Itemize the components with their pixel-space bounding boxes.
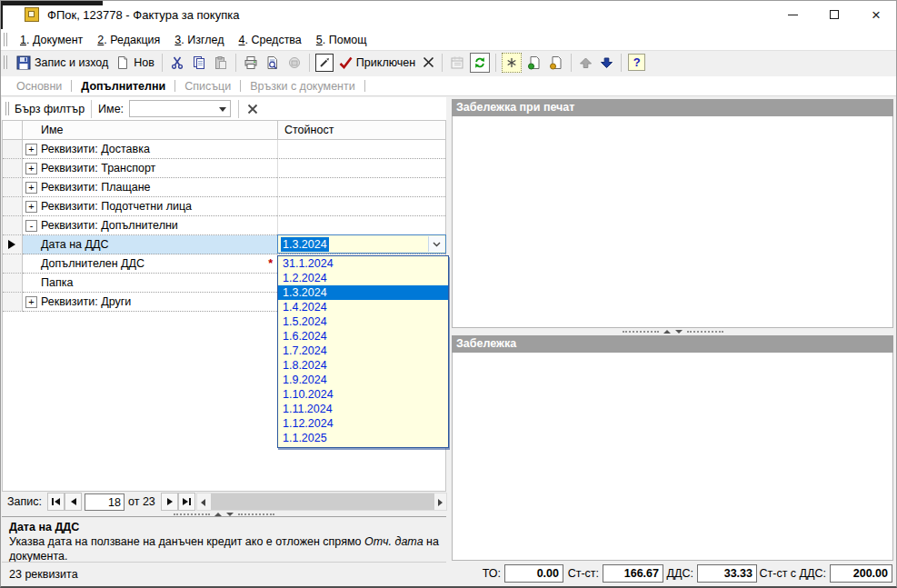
- combo-dropdown-button[interactable]: [428, 236, 444, 252]
- row-selector-cell[interactable]: [3, 178, 23, 197]
- menu-view[interactable]: 3. Изглед: [167, 34, 231, 46]
- edit-mode-toggle[interactable]: [315, 54, 334, 72]
- expand-icon[interactable]: +: [25, 144, 37, 155]
- toolbar-grip[interactable]: [5, 102, 9, 115]
- dropdown-item[interactable]: 1.6.2024: [278, 329, 448, 344]
- cancel-closed-button[interactable]: [419, 52, 438, 74]
- attach-button[interactable]: [284, 52, 305, 74]
- copy-button[interactable]: [188, 52, 210, 74]
- print-preview-button[interactable]: [262, 52, 284, 74]
- record-navigator: Запис: от 23: [2, 491, 446, 512]
- horizontal-scrollbar[interactable]: [196, 493, 447, 511]
- refresh-button[interactable]: [470, 53, 490, 73]
- grid-row[interactable]: +Реквизити: Транспорт: [3, 159, 445, 178]
- row-selector-cell[interactable]: [3, 293, 23, 312]
- dropdown-item[interactable]: 1.9.2024: [278, 373, 448, 387]
- expand-icon[interactable]: +: [25, 201, 37, 213]
- print-note-textarea[interactable]: [452, 116, 893, 328]
- closed-check-icon: [339, 56, 353, 69]
- row-selector-cell[interactable]: [3, 254, 23, 274]
- menu-tools[interactable]: 4. Средства: [232, 34, 309, 46]
- grid-row[interactable]: +Реквизити: Подотчетни лица: [3, 197, 445, 216]
- grid-row-selected[interactable]: Дата на ДДС 1.3.2024: [3, 235, 445, 254]
- row-selector-cell[interactable]: [3, 216, 23, 235]
- move-down-button[interactable]: [596, 52, 617, 74]
- note-textarea[interactable]: [452, 353, 893, 561]
- arrow-down-icon: [600, 56, 613, 69]
- menu-edit[interactable]: 2. Редакция: [90, 34, 167, 46]
- grid-row[interactable]: +Реквизити: Доставка: [3, 140, 445, 159]
- row-selector-cell[interactable]: [3, 159, 23, 178]
- background-window-edge: [0, 0, 3, 29]
- column-header-value[interactable]: Стойност: [277, 121, 445, 140]
- cost-label: Ст-ст:: [566, 564, 599, 583]
- filter-name-combobox[interactable]: [129, 100, 231, 117]
- scrollbar-thumb[interactable]: [211, 493, 434, 510]
- scroll-right-icon[interactable]: [438, 499, 443, 506]
- cut-button[interactable]: [166, 52, 188, 74]
- dropdown-item[interactable]: 1.2.2024: [278, 271, 448, 285]
- row-selector-cell[interactable]: [3, 274, 23, 293]
- print-button[interactable]: [240, 52, 262, 74]
- description-text: Указва дата на ползване на данъчен креди…: [9, 534, 439, 563]
- tab-osnovni[interactable]: Основни: [7, 80, 71, 93]
- dropdown-item[interactable]: 1.10.2024: [278, 387, 448, 402]
- last-record-button[interactable]: [178, 493, 195, 511]
- cut-icon: [170, 55, 184, 70]
- toolbar-grip[interactable]: [4, 55, 7, 69]
- dropdown-item[interactable]: 1.1.2025: [278, 431, 448, 445]
- doc-yellow-button[interactable]: [545, 52, 567, 74]
- print-preview-icon: [265, 55, 280, 70]
- document-green-icon: [527, 55, 542, 70]
- dropdown-item[interactable]: 1.12.2024: [278, 416, 448, 431]
- collapse-icon[interactable]: -: [25, 220, 37, 232]
- print-note-panel-header: Забележка при печат: [452, 99, 893, 116]
- expand-icon[interactable]: +: [25, 182, 37, 194]
- tab-spisaci[interactable]: Списъци: [175, 80, 240, 93]
- help-button[interactable]: ?: [628, 54, 645, 71]
- new-document-icon: [115, 55, 130, 70]
- record-number-input[interactable]: [85, 493, 125, 511]
- column-header-name[interactable]: Име: [23, 121, 277, 140]
- menu-document[interactable]: 1. Документ: [13, 34, 90, 46]
- dropdown-item[interactable]: 1.5.2024: [278, 314, 448, 329]
- doc-green-button[interactable]: [523, 52, 545, 74]
- tab-dopalnitelni[interactable]: Допълнителни: [72, 80, 174, 93]
- first-record-button[interactable]: [47, 493, 65, 511]
- maximize-button[interactable]: [813, 0, 855, 29]
- toolbar-grip[interactable]: [4, 33, 7, 46]
- expand-icon[interactable]: +: [25, 296, 37, 308]
- dropdown-item[interactable]: 1.7.2024: [278, 344, 448, 358]
- close-button[interactable]: ×: [855, 0, 897, 29]
- vat-date-combobox[interactable]: 1.3.2024: [277, 234, 446, 254]
- dropdown-item[interactable]: 1.8.2024: [278, 358, 448, 373]
- save-exit-button[interactable]: Запис и изход: [13, 52, 112, 74]
- clear-filter-button[interactable]: [246, 103, 259, 115]
- calendar-button[interactable]: [446, 52, 468, 74]
- new-button[interactable]: Нов: [112, 52, 158, 74]
- menu-help[interactable]: 5. Помощ: [309, 34, 374, 46]
- grid-row[interactable]: +Реквизити: Плащане: [3, 178, 445, 197]
- closed-status-button[interactable]: Приключен: [335, 52, 419, 74]
- quick-filter-bar: Бърз филтър Име:: [2, 97, 446, 120]
- grid-row[interactable]: -Реквизити: Допълнителни: [3, 216, 445, 235]
- next-record-button[interactable]: [161, 493, 178, 511]
- row-selector-cell[interactable]: [3, 197, 23, 216]
- move-up-button[interactable]: [575, 52, 596, 74]
- tab-vrazki[interactable]: Връзки с документи: [241, 80, 364, 93]
- vat-date-dropdown-list: 31.1.2024 1.2.2024 1.3.2024 1.4.2024 1.5…: [277, 255, 449, 448]
- chevron-down-icon: [219, 107, 226, 112]
- special-function-button[interactable]: [502, 53, 522, 73]
- dropdown-item-selected[interactable]: 1.3.2024: [278, 285, 448, 300]
- minimize-button[interactable]: [772, 0, 813, 29]
- horizontal-splitter[interactable]: [452, 328, 893, 335]
- dropdown-item[interactable]: 1.11.2024: [278, 402, 448, 416]
- dropdown-item[interactable]: 1.4.2024: [278, 300, 448, 314]
- prev-record-button[interactable]: [65, 493, 82, 511]
- paste-button[interactable]: [210, 52, 232, 74]
- dropdown-item[interactable]: 31.1.2024: [278, 256, 448, 271]
- expand-icon[interactable]: +: [25, 163, 37, 174]
- row-selector-cell[interactable]: [3, 140, 23, 159]
- tab-bar: Основни Допълнителни Списъци Връзки с до…: [0, 76, 897, 96]
- scroll-left-icon[interactable]: [201, 499, 205, 506]
